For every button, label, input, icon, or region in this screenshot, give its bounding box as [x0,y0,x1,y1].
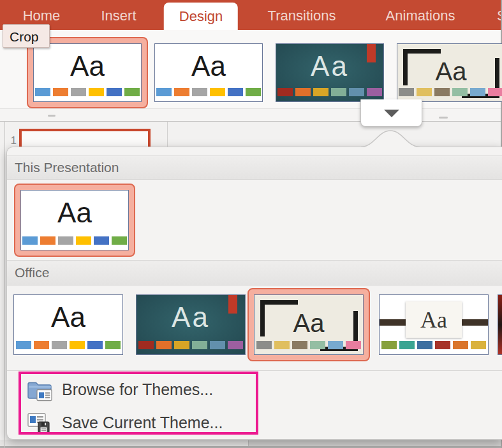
color-swatch [58,236,73,245]
ribbon-tab-bar: HomeInsertDesignTransitionsAnimationsS [0,0,502,30]
color-swatch [246,88,261,96]
color-swatch [107,88,122,96]
color-swatch [488,88,502,96]
color-swatch [470,88,485,96]
tab-transitions[interactable]: Transitions [268,0,336,30]
powerpoint-window: HomeInsertDesignTransitionsAnimationsS 1… [0,0,502,448]
color-swatch [87,341,103,349]
theme-label: Aa [14,303,122,331]
tab-insert[interactable]: Insert [101,0,136,30]
madison-bar [459,319,488,326]
color-swatch [417,88,432,96]
theme-madison[interactable]: Aa [379,294,489,355]
color-swatch [349,88,364,96]
save-theme-icon [26,409,53,436]
color-swatch [310,341,325,349]
chevron-down-icon [384,110,399,117]
color-swatch [228,88,243,96]
color-swatch [435,341,450,349]
color-swatch [331,88,346,96]
theme-label: Aa [397,59,502,84]
theme-label: Aa [137,303,245,331]
color-swatch [138,341,154,349]
pane-resize-handle[interactable] [439,117,448,119]
color-swatch [156,341,172,349]
color-swatch [34,341,49,349]
theme-ion-boardroom[interactable]: Aa [276,43,384,102]
theme-office-white[interactable]: Aa [13,294,123,355]
color-swatch [417,341,432,349]
color-swatch [471,341,486,349]
color-swatch [274,341,290,349]
theme-tp-office[interactable]: Aa [20,190,129,250]
themes-dropdown-panel: This Presentation Office Browse for Them… [6,147,502,440]
color-swatch [192,88,207,96]
theme-partial-theme[interactable] [498,294,502,355]
pane-resize-handle[interactable] [48,115,55,117]
color-swatch [94,236,109,245]
color-swatch [313,88,329,96]
color-swatch [192,341,207,349]
save-current-theme-menu-item[interactable]: Save Current Theme... [26,408,223,437]
theme-label: Aa [21,199,128,227]
section-header-this-presentation: This Presentation [7,155,502,180]
color-swatch [399,341,415,349]
tab-animations[interactable]: Animations [386,0,455,30]
selected-theme-ring: Aa [247,288,370,361]
madison-card: Aa [406,301,462,338]
color-swatch [328,341,343,349]
color-swatch [124,88,140,96]
theme-label: Aa [155,52,262,80]
dropdown-pointer [361,129,420,147]
color-swatch [53,88,68,96]
color-swatch [89,88,104,96]
selected-theme-ring: Aa [14,184,135,257]
theme-label: Aa [255,310,363,336]
color-swatch [292,341,307,349]
section-header-office: Office [7,260,502,285]
color-swatch [381,341,397,349]
theme-label: Aa [420,308,447,331]
color-swatch [174,341,189,349]
slide-number: 1 [6,134,17,147]
color-swatch [452,88,468,96]
color-swatch [70,341,85,349]
color-swatch [22,236,38,245]
theme-gallery-more-button[interactable] [360,99,422,127]
pane-left-edge [4,122,5,448]
color-swatch [71,88,86,96]
browse-for-themes-menu-item[interactable]: Browse for Themes... [26,375,213,404]
color-swatch [210,341,225,349]
color-swatch [434,88,450,96]
color-swatch [346,341,361,349]
theme-ion-boardroom[interactable]: Aa [136,294,246,355]
color-swatch [35,88,50,96]
color-swatch [174,88,189,96]
color-swatch [256,341,272,349]
theme-frame[interactable]: Aa [397,43,502,102]
theme-office-white[interactable]: Aa [154,43,263,102]
color-swatch [52,341,67,349]
theme-label: Aa [276,52,383,80]
color-swatch [76,236,91,245]
theme-frame[interactable]: Aa [254,294,364,355]
browse-for-themes-label: Browse for Themes... [62,380,213,399]
crop-tooltip: Crop [3,24,50,48]
menu-divider [7,370,502,371]
ribbon-bottom-strip [0,108,502,122]
color-swatch [210,88,225,96]
save-current-theme-label: Save Current Theme... [62,414,223,432]
tab-design[interactable]: Design [164,3,238,30]
color-swatch [40,236,55,245]
color-swatch [112,236,127,245]
color-swatch [277,88,293,96]
color-swatch [105,341,121,349]
browse-themes-icon [26,376,53,403]
madison-bar [380,319,409,326]
theme-current-office[interactable]: Aa [33,43,142,102]
thumbnail-pane-divider [167,122,168,147]
color-swatch [399,88,414,96]
color-swatch [228,341,243,349]
color-swatch [367,88,382,96]
color-swatch [453,341,468,349]
